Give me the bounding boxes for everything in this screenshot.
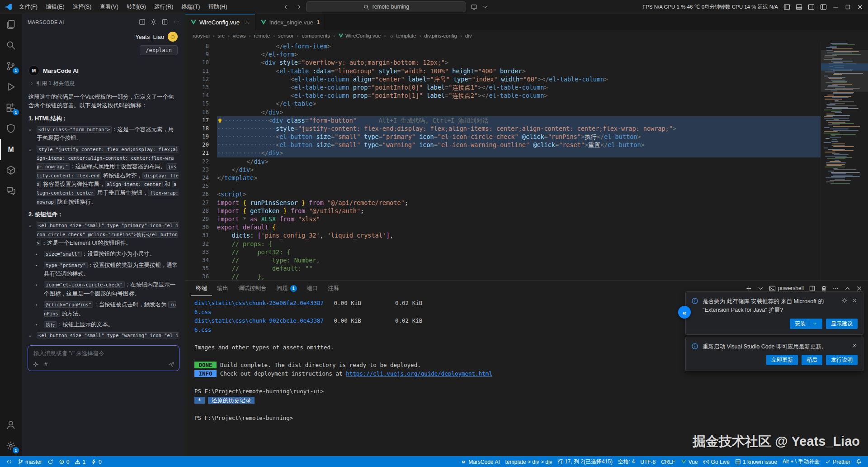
breadcrumb-item[interactable]: remote <box>254 33 270 38</box>
kill-terminal-icon[interactable] <box>821 285 827 292</box>
open-in-editor-icon[interactable] <box>161 19 168 25</box>
发行说明-button[interactable]: 发行说明 <box>826 355 858 365</box>
maximize-icon[interactable] <box>844 4 851 10</box>
activity-manage[interactable]: 1 <box>0 435 22 456</box>
code-line[interactable]: 15 </el-table> <box>185 100 821 108</box>
nav-forward-icon[interactable] <box>295 4 302 10</box>
activity-extensions[interactable]: 1 <box>0 97 22 118</box>
toggle-secondary-sidebar-icon[interactable] <box>808 4 815 10</box>
nav-back-icon[interactable] <box>283 4 290 10</box>
panel-tab-调试控制台[interactable]: 调试控制台 <box>233 281 272 296</box>
chat-input-box[interactable]: # <box>28 345 179 371</box>
code-line[interactable]: 36 // }, <box>185 272 821 280</box>
立即更新-button[interactable]: 立即更新 <box>766 355 798 365</box>
menu-item[interactable]: 选择(S) <box>69 0 96 14</box>
sync-changes[interactable] <box>45 456 56 467</box>
panel-tab-问题[interactable]: 问题1 <box>272 281 302 296</box>
code-line[interactable]: 28import { getToken } from "@/utils/auth… <box>185 207 821 215</box>
shell-chip[interactable]: powershell <box>769 285 804 292</box>
prettier[interactable]: Prettier <box>822 456 853 467</box>
go-live[interactable]: Go Live <box>701 456 732 467</box>
activity-run-and-debug[interactable] <box>0 76 22 97</box>
breadcrumb-item[interactable]: WireConfig.vue <box>338 33 381 38</box>
encoding[interactable]: UTF-8 <box>637 456 658 467</box>
notifications-bell[interactable] <box>853 456 864 467</box>
code-area[interactable]: 8 </el-form-item>9 </el-form>10 <div sty… <box>185 41 821 280</box>
code-line[interactable]: 20················<el-button size="small… <box>185 141 821 149</box>
code-line[interactable]: 29import * as XLSX from "xlsx" <box>185 215 821 223</box>
code-line[interactable]: 12 <el-table-column align="center" label… <box>185 75 821 83</box>
menu-item[interactable]: 文件(F) <box>15 0 42 14</box>
breadcrumb-item[interactable]: components <box>302 33 330 38</box>
remote-indicator[interactable] <box>4 456 15 467</box>
code-line[interactable]: 11 <el-table :data="lineGroup" style="wi… <box>185 67 821 75</box>
editor-tab[interactable]: index_single.vue1 <box>255 14 326 30</box>
minimize-icon[interactable] <box>832 4 839 10</box>
breadcrumb-item[interactable]: src <box>218 33 225 38</box>
code-line[interactable]: 22 </div> <box>185 157 821 166</box>
code-line[interactable]: 14 <el-table-column prop="pointInfo[1]" … <box>185 91 821 100</box>
code-line[interactable]: 32 // props: { <box>185 240 821 248</box>
menu-item[interactable]: 帮助(H) <box>204 0 231 14</box>
显示建议-button[interactable]: 显示建议 <box>826 319 858 329</box>
menu-item[interactable]: 转到(G) <box>123 0 150 14</box>
language-mode[interactable]: Vue <box>678 456 701 467</box>
activity-search[interactable] <box>0 35 22 56</box>
minimap[interactable] <box>821 41 868 280</box>
extension-counter[interactable]: 0 <box>88 456 104 467</box>
code-line[interactable]: 9 </el-form> <box>185 50 821 58</box>
close-icon[interactable] <box>851 297 858 315</box>
code-line[interactable]: 33 // port32: { <box>185 248 821 256</box>
maximize-panel-icon[interactable] <box>844 285 851 292</box>
breadcrumb-item[interactable]: div.pins-config <box>424 33 457 38</box>
settings-icon[interactable] <box>150 19 157 25</box>
chevron-down-icon[interactable] <box>812 321 817 326</box>
activity-accounts[interactable] <box>0 415 22 435</box>
more-actions-icon[interactable] <box>173 19 179 25</box>
editor-tab[interactable]: WireConfig.vue <box>185 14 255 30</box>
minimap-slider[interactable] <box>821 50 868 92</box>
search-box[interactable]: remote-burning <box>306 1 466 12</box>
customize-layout-icon[interactable] <box>820 4 827 10</box>
window-close-icon[interactable] <box>857 4 863 10</box>
code-line[interactable]: 24</template> <box>185 174 821 182</box>
explain-command-chip[interactable]: /explain <box>140 45 178 55</box>
slash-command-icon[interactable] <box>33 361 39 367</box>
activity-security[interactable] <box>0 118 22 139</box>
code-line[interactable]: 30export default { <box>185 223 821 231</box>
eol[interactable]: CRLF <box>658 456 678 467</box>
terminal-link[interactable]: 6.css <box>194 309 212 315</box>
panel-tab-端口[interactable]: 端口 <box>302 281 323 296</box>
warnings-count[interactable]: 1 <box>72 456 88 467</box>
稍后-button[interactable]: 稍后 <box>802 355 822 365</box>
activity-marscode-ai[interactable]: M <box>0 139 22 160</box>
known-issues[interactable]: 1 known issue <box>732 456 780 467</box>
code-line[interactable]: 25 <box>185 182 821 190</box>
breadcrumb-item[interactable]: views <box>233 33 246 38</box>
reference-row[interactable]: 引用 1 相关信息 <box>22 78 185 91</box>
code-line[interactable]: 18················style="justify-content… <box>185 124 821 133</box>
close-panel-icon[interactable] <box>856 285 863 292</box>
toggle-sidebar-icon[interactable] <box>783 4 790 10</box>
chevron-down-icon[interactable] <box>482 4 489 10</box>
code-line[interactable]: 8 </el-form-item> <box>185 42 821 50</box>
activity-containers[interactable] <box>0 160 22 181</box>
code-line[interactable]: 19················<el-button size="small… <box>185 133 821 141</box>
breadcrumb-item[interactable]: sensor <box>278 33 294 38</box>
code-line[interactable]: 21············</div> <box>185 149 821 157</box>
new-chat-icon[interactable] <box>139 19 146 25</box>
cursor-position[interactable]: 行 17, 列 2(已选择415) <box>555 456 615 467</box>
git-branch[interactable]: master <box>15 456 45 467</box>
activity-explorer[interactable] <box>0 14 22 35</box>
code-line[interactable]: 17············<div class="form-button" A… <box>185 116 821 124</box>
menu-item[interactable]: 查看(V) <box>95 0 123 14</box>
terminal-dropdown-icon[interactable] <box>757 285 764 292</box>
indentation[interactable]: 空格: 4 <box>615 456 637 467</box>
activity-comments[interactable] <box>0 181 22 201</box>
breadcrumb-item[interactable]: {}template <box>389 33 416 38</box>
terminal-link[interactable]: https://cli.vuejs.org/guide/deployment.h… <box>346 370 492 377</box>
avatar[interactable]: ☺ <box>168 32 178 42</box>
安装-button[interactable]: 安装 <box>790 319 822 329</box>
errors-count[interactable]: 0 <box>56 456 72 467</box>
chat-input[interactable] <box>33 350 176 357</box>
